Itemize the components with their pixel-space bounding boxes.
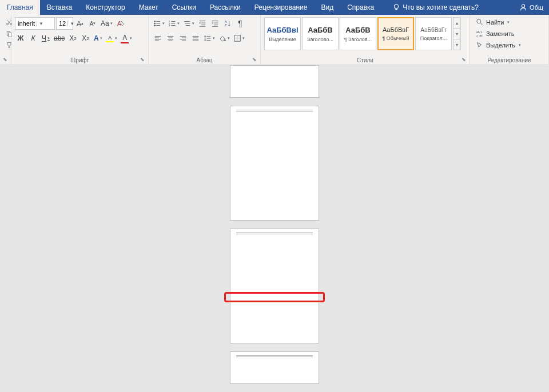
change-case-button[interactable]: Aa▾ [100,17,114,30]
ribbon: ⬊ inherit ▼ 12 ▼ A▴ A▾ Aa▾ [0,15,549,65]
style-name: ¶ Обычный [380,35,412,41]
subscript-button[interactable]: X2 [67,32,78,45]
tab-review[interactable]: Рецензирование [248,0,315,15]
font-name-combo[interactable]: inherit ▼ [15,17,55,30]
document-page[interactable] [230,229,319,343]
find-button[interactable]: Найти ▾ [474,17,523,27]
style-item-normal[interactable]: АаБбВвГ ¶ Обычный [377,17,414,50]
styles-launcher[interactable]: ⬊ [462,57,468,63]
svg-text:3: 3 [169,24,170,27]
grow-font-button[interactable]: A▴ [74,17,86,30]
line-spacing-button[interactable]: ▾ [202,32,216,45]
tab-insert[interactable]: Вставка [40,0,79,15]
styles-more-button[interactable]: ▾ [453,39,460,50]
select-button[interactable]: Выделить ▾ [474,40,523,50]
svg-text:ac: ac [479,34,483,37]
replace-button[interactable]: abac Заменить [474,29,523,39]
editing-group-label: Редактирование [470,56,548,65]
clipboard-launcher[interactable]: ⬊ [3,57,10,63]
svg-point-1 [522,5,524,7]
page-header-line [236,233,313,234]
tab-view[interactable]: Вид [314,0,340,15]
style-preview: АаБбВвГ [383,26,409,33]
multilevel-icon [183,19,191,27]
style-item-subtitle[interactable]: АаБбВвГг Подзагол... [415,17,452,50]
sort-icon: AZ [224,19,232,27]
shrink-font-button[interactable]: A▾ [87,17,98,30]
chevron-down-icon: ▾ [507,20,510,25]
tab-help[interactable]: Справка [340,0,381,15]
svg-point-0 [395,5,399,9]
svg-point-15 [224,39,226,41]
styles-down-button[interactable]: ▾ [453,29,460,39]
select-label: Выделить [486,42,515,49]
font-color-button[interactable]: A▾ [120,32,133,45]
styles-gallery: АаБбВвІ Выделение АаБбВ Заголово... АаБб… [264,17,461,50]
svg-text:ab: ab [476,30,480,34]
tab-layout[interactable]: Макет [132,0,165,15]
justify-button[interactable] [190,32,201,45]
bullets-button[interactable]: ▾ [152,17,166,30]
italic-button[interactable]: К [27,32,39,45]
paragraph-group-label: Абзац [149,56,260,65]
style-item-heading1[interactable]: АаБбВ Заголово... [302,17,339,50]
tell-me-label: Что вы хотите сделать? [403,3,479,11]
increase-indent-button[interactable] [209,17,221,30]
decrease-indent-button[interactable] [197,17,208,30]
svg-point-7 [154,21,156,22]
numbering-icon: 123 [168,19,176,27]
share-label: Общ [530,4,543,11]
tab-home[interactable]: Главная [0,0,40,15]
font-size-combo[interactable]: 12 ▼ [56,17,73,30]
show-marks-button[interactable]: ¶ [234,17,246,30]
sort-button[interactable]: AZ [222,17,233,30]
highlight-button[interactable]: A▾ [105,32,118,45]
shading-button[interactable]: ▾ [217,32,231,45]
tab-mailings[interactable]: Рассылки [203,0,248,15]
font-launcher[interactable]: ⬊ [140,57,147,63]
document-page[interactable] [230,351,319,384]
text-effects-button[interactable]: A▾ [92,32,104,45]
lightbulb-icon [392,3,400,11]
superscript-button[interactable]: X2 [79,32,91,45]
style-name: Заголово... [304,37,337,42]
clear-format-button[interactable]: A [115,17,126,30]
multilevel-button[interactable]: ▾ [182,17,196,30]
style-preview: АаБбВ [345,26,371,34]
style-item-heading2[interactable]: АаБбВ ¶ Заголов... [340,17,376,50]
styles-group-label: Стили [261,56,470,65]
group-editing: Найти ▾ abac Заменить Выделить ▾ Редакти… [470,15,549,65]
style-preview: АаБбВ [308,26,333,34]
numbering-button[interactable]: 123▾ [167,17,181,30]
page-header-line [236,355,313,357]
tab-design[interactable]: Конструктор [79,0,132,15]
document-page[interactable] [230,106,319,221]
tell-me[interactable]: Что вы хотите сделать? [385,0,486,15]
svg-text:Z: Z [225,23,227,27]
chevron-down-icon: ▼ [37,21,43,26]
outdent-icon [198,19,206,27]
align-right-button[interactable] [177,32,189,45]
person-icon [519,3,527,11]
align-center-button[interactable] [165,32,176,45]
font-name-value: inherit [18,20,35,27]
bold-button[interactable]: Ж [15,32,26,45]
replace-label: Заменить [486,30,514,37]
paragraph-launcher[interactable]: ⬊ [252,57,259,63]
align-center-icon [166,34,174,42]
styles-up-button[interactable]: ▴ [453,18,460,29]
underline-button[interactable]: Ч▾ [40,32,51,45]
chevron-down-icon: ▼ [67,21,74,26]
tab-references[interactable]: Ссылки [165,0,203,15]
align-left-button[interactable] [152,32,164,45]
style-item-emphasis[interactable]: АаБбВвІ Выделение [264,17,301,50]
share-button[interactable]: Общ [514,3,549,11]
style-name: Выделение [266,37,299,42]
menu-bar: Главная Вставка Конструктор Макет Ссылки… [0,0,549,15]
document-page[interactable] [230,65,319,98]
chevron-down-icon: ▾ [519,43,521,47]
borders-button[interactable]: ▾ [232,32,246,45]
style-preview: АаБбВвІ [266,26,298,34]
document-area[interactable] [0,65,549,392]
strikethrough-button[interactable]: abc [53,32,66,45]
